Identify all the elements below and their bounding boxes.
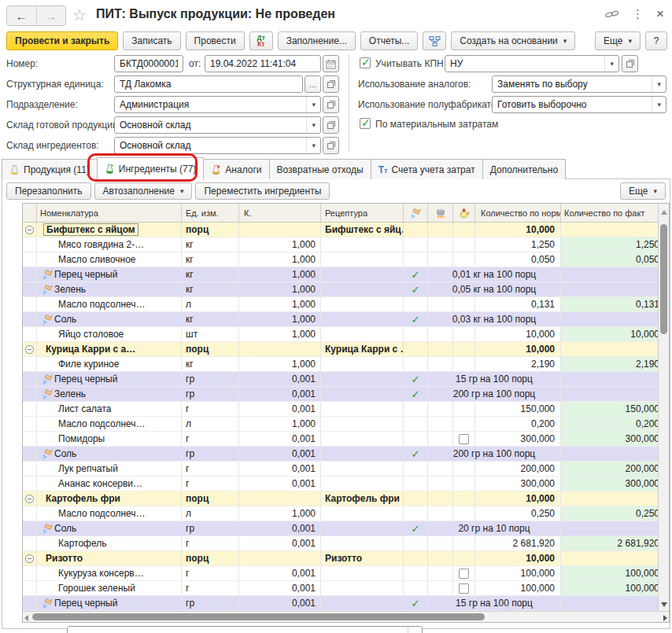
expander-cell[interactable] — [23, 596, 37, 610]
collapse-icon[interactable] — [25, 345, 34, 354]
unit-cell[interactable]: л — [182, 297, 239, 311]
tab-analogs[interactable]: Аналоги — [203, 159, 269, 179]
k-cell[interactable]: 1,000 — [239, 267, 321, 282]
cooking-flag-cell[interactable] — [428, 402, 453, 416]
table-row[interactable]: Масло подсолнеч…л1,0000,2000,200 — [23, 417, 659, 432]
recipe-cell[interactable] — [321, 521, 404, 535]
nomenclature-cell[interactable]: Зелень — [37, 282, 182, 296]
kettle-flag-cell[interactable] — [453, 581, 475, 595]
cooking-flag-cell[interactable] — [428, 566, 453, 580]
recipe-cell[interactable] — [321, 566, 404, 580]
fact-qty-cell[interactable]: 2,190 — [561, 357, 659, 371]
table-row[interactable]: Зеленьгр0,001✓200 гр на 100 порц — [23, 387, 659, 402]
k-cell[interactable]: 1,000 — [239, 237, 321, 252]
nomenclature-cell[interactable]: Перец черный — [37, 372, 182, 386]
unit-cell[interactable]: гр — [182, 447, 239, 461]
nomenclature-cell[interactable]: Перец черный — [37, 267, 182, 282]
fact-qty-cell[interactable]: 300,000 — [561, 477, 659, 491]
choose-button[interactable]: ... — [305, 75, 321, 93]
spice-flag-cell[interactable]: ✓ — [404, 447, 428, 461]
norm-qty-cell[interactable]: 15 гр на 100 порц — [428, 596, 561, 610]
expander-cell[interactable] — [23, 581, 37, 595]
table-row[interactable]: Сольгр0,001✓200 гр на 100 порц — [23, 447, 659, 462]
more-button[interactable]: Еще▾ — [595, 31, 641, 50]
table-row[interactable]: Масло подсолнеч…л1,0000,1310,131 — [23, 297, 659, 312]
expander-cell[interactable] — [23, 327, 37, 341]
k-cell[interactable]: 0,001 — [239, 596, 321, 610]
table-row[interactable]: Солькг1,000✓0,03 кг на 100 порц — [23, 312, 659, 327]
open-button[interactable] — [323, 137, 339, 154]
favorite-star-icon[interactable]: ☆ — [72, 6, 87, 24]
unit-cell[interactable]: порц — [182, 491, 239, 506]
expander-cell[interactable] — [23, 402, 37, 416]
recipe-cell[interactable] — [321, 462, 404, 476]
k-cell[interactable]: 0,001 — [239, 402, 321, 416]
vertical-scrollbar[interactable] — [658, 204, 669, 611]
nomenclature-cell[interactable]: Масло подсолнеч… — [37, 297, 182, 311]
nomenclature-cell[interactable]: Филе куриное — [37, 357, 182, 371]
expander-cell[interactable] — [23, 447, 37, 461]
nomenclature-cell[interactable]: Перец черный — [37, 596, 182, 610]
recipe-cell[interactable] — [321, 536, 404, 550]
k-cell[interactable] — [239, 551, 321, 565]
unit-cell[interactable]: г — [182, 462, 239, 476]
k-cell[interactable]: 0,001 — [239, 477, 321, 491]
cooking-flag-cell[interactable] — [428, 252, 453, 267]
fill-button[interactable]: Заполнение... — [278, 31, 356, 50]
recipe-cell[interactable] — [321, 447, 404, 461]
unit-cell[interactable]: кг — [182, 282, 239, 296]
k-cell[interactable] — [239, 491, 321, 506]
kettle-flag-cell[interactable] — [453, 417, 475, 431]
fact-qty-cell[interactable] — [561, 596, 659, 610]
cooking-flag-cell[interactable] — [428, 491, 453, 506]
nomenclature-cell[interactable]: Лук репчатый — [37, 462, 182, 476]
unit-cell[interactable]: гр — [182, 521, 239, 535]
nomenclature-cell[interactable]: Масло подсолнеч… — [37, 506, 182, 521]
kettle-flag-cell[interactable] — [453, 252, 475, 267]
expander-cell[interactable] — [23, 342, 37, 356]
fact-qty-cell[interactable]: 100,000 — [561, 566, 659, 580]
reports-button[interactable]: Отчеты... — [360, 31, 418, 50]
norm-qty-cell[interactable]: 0,03 кг на 100 порц — [428, 312, 561, 326]
forward-button[interactable]: → — [36, 6, 66, 25]
recipe-cell[interactable]: Ризотто — [321, 551, 404, 565]
kettle-flag-cell[interactable] — [453, 432, 475, 446]
k-cell[interactable] — [239, 342, 321, 356]
spice-flag-cell[interactable]: ✓ — [404, 282, 428, 296]
spice-flag-cell[interactable] — [404, 462, 428, 476]
spice-flag-cell[interactable] — [404, 536, 428, 550]
column-fact-qty[interactable]: Количество по факт — [561, 204, 659, 222]
k-cell[interactable]: 1,000 — [239, 282, 321, 296]
spice-flag-cell[interactable] — [404, 432, 428, 446]
expander-cell[interactable] — [23, 312, 37, 326]
scroll-left-icon[interactable] — [24, 615, 28, 621]
spice-flag-cell[interactable]: ✓ — [404, 312, 428, 326]
fact-qty-cell[interactable]: 0,131 — [561, 297, 659, 311]
fact-qty-cell[interactable] — [561, 551, 659, 565]
norm-qty-cell[interactable]: 10,000 — [475, 327, 561, 341]
recipe-cell[interactable] — [321, 477, 404, 491]
post-and-close-button[interactable]: Провести и закрыть — [6, 31, 118, 50]
table-row[interactable]: Помидорыг0,001300,000300,000 — [23, 432, 659, 447]
spice-flag-cell[interactable] — [404, 581, 428, 595]
table-more-button[interactable]: Еще▾ — [620, 182, 666, 200]
recipe-cell[interactable] — [321, 402, 404, 416]
spice-flag-cell[interactable] — [404, 223, 428, 237]
spice-flag-cell[interactable]: ✓ — [404, 387, 428, 401]
column-nomenclature[interactable]: Номенклатура — [37, 204, 182, 222]
tab-ingredients[interactable]: Ингредиенты (77) — [97, 157, 205, 179]
kettle-flag-cell[interactable] — [453, 551, 475, 565]
spice-flag-cell[interactable] — [404, 506, 428, 521]
open-button[interactable] — [323, 96, 339, 113]
norm-qty-cell[interactable]: 0,050 — [475, 252, 561, 267]
table-row[interactable]: Лист салатаг0,001150,000150,000 — [23, 402, 659, 417]
column-cooking[interactable] — [428, 204, 453, 222]
number-field[interactable]: БКТД0000001 — [114, 55, 183, 72]
ing-warehouse-combo[interactable]: Основной склад ▾ — [114, 137, 321, 154]
post-button[interactable]: Провести — [186, 31, 245, 50]
nomenclature-cell[interactable]: Масло сливочное — [37, 252, 182, 267]
unit-cell[interactable]: кг — [182, 312, 239, 326]
k-cell[interactable]: 0,001 — [239, 521, 321, 535]
nomenclature-cell[interactable]: Ризотто — [37, 551, 182, 565]
k-cell[interactable]: 1,000 — [239, 417, 321, 431]
